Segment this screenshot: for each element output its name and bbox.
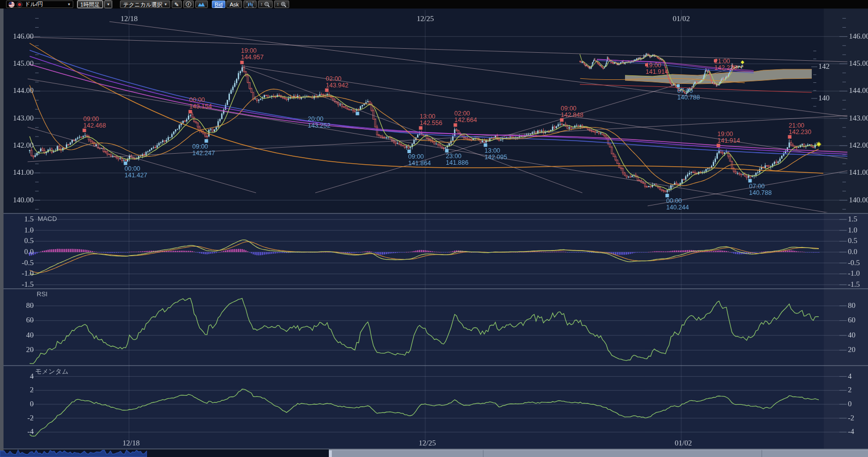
vertical-arrows-icon: ↕: [261, 2, 263, 7]
currency-pair-select[interactable]: ドル/円 ▼: [6, 1, 73, 8]
info-button[interactable]: i: [183, 1, 194, 8]
ask-button[interactable]: Ask: [226, 1, 241, 8]
japan-flag-icon: [17, 2, 23, 8]
scrollbar-separator: [762, 450, 762, 457]
timeframe-dropdown-button[interactable]: ▼: [104, 1, 112, 8]
fx-chart-window: 146.00146.00145.00145.00144.00144.00143.…: [0, 0, 868, 457]
us-flag-icon: [9, 2, 15, 8]
candlestick-chart-icon: [246, 2, 254, 8]
timeframe-button[interactable]: 1時間足: [77, 1, 103, 8]
technical-select-label: テクニカル選択: [123, 2, 162, 8]
chevron-down-icon: ▼: [164, 3, 167, 7]
currency-pair-label: ドル/円: [25, 1, 65, 8]
area-chart-button[interactable]: [195, 1, 208, 8]
pencil-icon: ✎: [174, 2, 179, 8]
zoom-out-button[interactable]: ↕: [258, 1, 273, 8]
chevron-down-icon: ▼: [67, 3, 71, 7]
toolbar: ドル/円 ▼ 1時間足 ▼ テクニカル選択 ▼ ✎ i Bid Ask ↕ ↕: [0, 0, 868, 9]
draw-tool-button[interactable]: ✎: [172, 1, 181, 8]
vertical-arrows-icon: ↕: [277, 2, 279, 7]
zoom-out-icon: [264, 2, 270, 8]
horizontal-scrollbar-thumb[interactable]: [329, 449, 868, 457]
scrollbar-separator: [483, 450, 483, 457]
area-chart-icon: [198, 2, 205, 7]
chart-canvas[interactable]: [0, 0, 868, 457]
bid-button[interactable]: Bid: [212, 1, 226, 8]
candlestick-chart-button[interactable]: [243, 1, 257, 8]
chevron-down-icon: ▼: [106, 3, 110, 7]
scrollbar-grip[interactable]: [329, 450, 332, 457]
zoom-in-button[interactable]: ↕: [274, 1, 289, 8]
zoom-in-icon: [281, 2, 287, 8]
info-icon: i: [186, 2, 191, 7]
technical-select-button[interactable]: テクニカル選択 ▼: [120, 1, 170, 8]
